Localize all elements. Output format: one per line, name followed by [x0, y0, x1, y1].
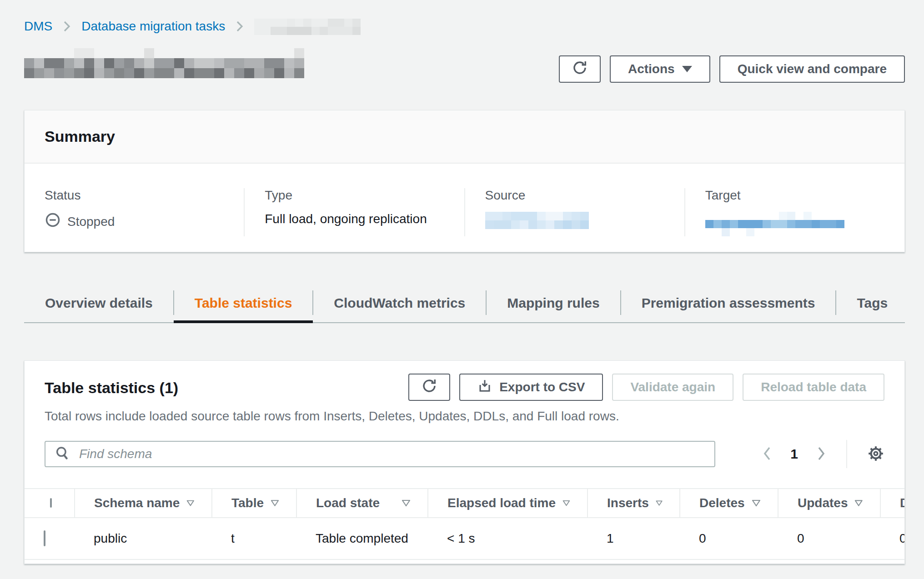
- tab-premigration-assessments[interactable]: Premigration assessments: [621, 284, 836, 322]
- cell-load-state: Table completed: [296, 518, 428, 559]
- download-icon: [477, 379, 492, 396]
- refresh-button[interactable]: [559, 55, 601, 83]
- column-header-updates[interactable]: Updates: [778, 489, 880, 518]
- reload-table-data-label: Reload table data: [761, 380, 866, 394]
- type-value: Full load, ongoing replication: [265, 212, 444, 226]
- sort-icon: [655, 499, 663, 507]
- chevron-right-icon: [235, 20, 244, 33]
- column-label: Load state: [316, 496, 380, 510]
- summary-col-target: Target: [684, 188, 904, 236]
- header-actions: Actions Quick view and compare: [559, 55, 905, 83]
- column-header-ddls[interactable]: DDLs: [880, 489, 904, 518]
- sort-icon: [854, 499, 864, 507]
- row-checkbox[interactable]: [44, 530, 45, 546]
- status-text: Stopped: [67, 215, 115, 229]
- tab-cloudwatch-metrics[interactable]: CloudWatch metrics: [313, 284, 486, 322]
- column-label: Table: [231, 496, 264, 510]
- summary-col-status: Status Stopped: [25, 188, 244, 236]
- minus-circle-icon: [45, 212, 61, 231]
- summary-col-source: Source: [464, 188, 684, 236]
- sort-icon: [562, 499, 571, 507]
- column-label: Deletes: [699, 496, 745, 510]
- column-label: Inserts: [607, 496, 649, 510]
- breadcrumb: DMS Database migration tasks: [24, 17, 905, 35]
- source-label: Source: [485, 188, 664, 203]
- schema-search: [45, 441, 715, 467]
- dms-task-page: DMS Database migration tasks Actions Qui…: [0, 0, 924, 579]
- chevron-right-icon: [816, 445, 826, 463]
- gear-icon: [867, 445, 884, 464]
- target-value-redacted[interactable]: [705, 212, 884, 236]
- column-header-schema-name[interactable]: Schema name: [75, 489, 212, 518]
- tab-table-statistics[interactable]: Table statistics: [174, 284, 313, 322]
- table-statistics-header: Table statistics (1) Export to CSV Valid…: [25, 374, 904, 401]
- cell-inserts: 1: [588, 518, 680, 559]
- column-label: Schema name: [94, 496, 180, 510]
- breadcrumb-link-tasks[interactable]: Database migration tasks: [81, 19, 225, 34]
- cell-elapsed-load-time: < 1 s: [428, 518, 588, 559]
- actions-button-label: Actions: [628, 62, 675, 76]
- tab-mapping-rules[interactable]: Mapping rules: [486, 284, 620, 322]
- export-to-csv-label: Export to CSV: [499, 380, 585, 394]
- column-header-elapsed-load-time[interactable]: Elapsed load time: [428, 489, 588, 518]
- validate-again-label: Validate again: [630, 380, 715, 394]
- summary-col-type: Type Full load, ongoing replication: [244, 188, 464, 236]
- status-value: Stopped: [45, 212, 224, 231]
- table-statistics-card: Table statistics (1) Export to CSV Valid…: [24, 360, 905, 564]
- row-select-cell: [25, 518, 75, 559]
- chevron-left-icon: [762, 445, 772, 463]
- select-all-cell: [25, 489, 75, 518]
- target-label: Target: [705, 188, 884, 203]
- column-header-deletes[interactable]: Deletes: [680, 489, 778, 518]
- summary-card: Summary Status Stopped Type Full load, o…: [24, 110, 905, 252]
- breadcrumb-current-redacted: [254, 19, 361, 35]
- chevron-right-icon: [62, 20, 71, 33]
- column-label: Updates: [798, 496, 848, 510]
- cell-deletes: 0: [680, 518, 778, 559]
- table-statistics-title: Table statistics (1): [45, 374, 178, 397]
- type-label: Type: [265, 188, 444, 203]
- column-label: Elapsed load time: [447, 496, 556, 510]
- summary-card-header: Summary: [25, 110, 904, 164]
- statistics-table: Schema name Table Load: [25, 488, 904, 560]
- table-refresh-button[interactable]: [408, 374, 450, 401]
- column-header-table[interactable]: Table: [212, 489, 296, 518]
- column-header-inserts[interactable]: Inserts: [588, 489, 680, 518]
- cell-updates: 0: [778, 518, 880, 559]
- column-header-load-state[interactable]: Load state: [296, 489, 428, 518]
- table-settings-button[interactable]: [867, 445, 884, 464]
- next-page-button[interactable]: [816, 445, 826, 463]
- table-header-row: Schema name Table Load: [25, 489, 904, 518]
- summary-title: Summary: [45, 128, 884, 145]
- table-statistics-actions: Export to CSV Validate again Reload tabl…: [408, 374, 884, 401]
- page-title-redacted: [24, 48, 304, 78]
- status-label: Status: [45, 188, 224, 203]
- caret-down-icon: [682, 66, 692, 72]
- table-statistics-description: Total rows include loaded source table r…: [45, 409, 884, 424]
- actions-button[interactable]: Actions: [610, 55, 710, 83]
- task-detail-tabs: Overview details Table statistics CloudW…: [24, 284, 905, 323]
- column-label: DDLs: [900, 496, 904, 510]
- cell-ddls: 0: [880, 518, 904, 559]
- table-row: public t Table completed < 1 s 1 0 0 0: [25, 518, 904, 559]
- current-page-number: 1: [790, 446, 798, 462]
- statistics-table-wrap: Schema name Table Load: [25, 488, 904, 564]
- reload-table-data-button[interactable]: Reload table data: [743, 374, 884, 401]
- validate-again-button[interactable]: Validate again: [612, 374, 733, 401]
- quick-view-and-compare-button[interactable]: Quick view and compare: [719, 55, 905, 83]
- refresh-icon: [572, 60, 588, 79]
- source-value-redacted[interactable]: [485, 212, 664, 229]
- summary-body: Status Stopped Type Full load, ongoing r…: [25, 164, 904, 252]
- breadcrumb-link-dms[interactable]: DMS: [24, 19, 52, 34]
- export-to-csv-button[interactable]: Export to CSV: [459, 374, 603, 401]
- select-all-checkbox[interactable]: [50, 498, 52, 508]
- cell-schema-name: public: [75, 518, 212, 559]
- previous-page-button[interactable]: [762, 445, 772, 463]
- sort-icon: [751, 499, 761, 507]
- search-input[interactable]: [78, 446, 705, 462]
- tab-tags[interactable]: Tags: [836, 284, 909, 322]
- cell-table: t: [212, 518, 296, 559]
- tab-overview-details[interactable]: Overview details: [24, 284, 174, 322]
- table-toolbar: 1: [25, 440, 904, 468]
- page-header: Actions Quick view and compare: [24, 48, 905, 83]
